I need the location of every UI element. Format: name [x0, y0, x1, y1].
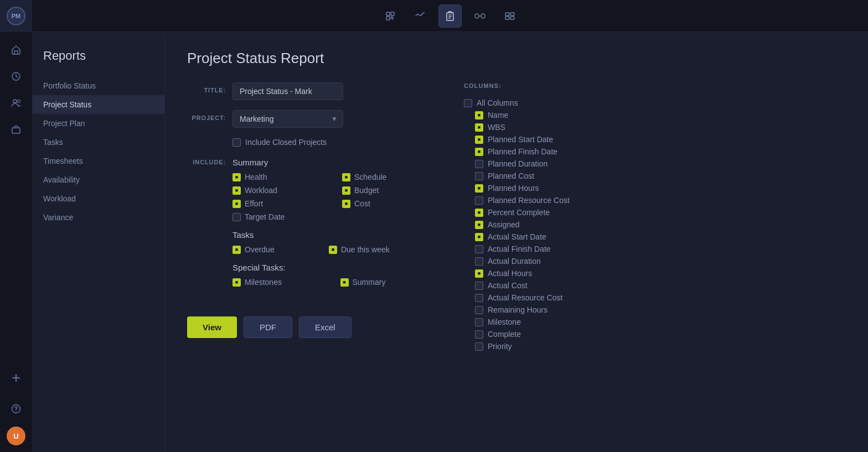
wbs-label: WBS [488, 123, 505, 132]
effort-checkbox[interactable] [232, 200, 241, 208]
cost-checkbox[interactable] [342, 200, 350, 208]
sidebar-item-project-plan[interactable]: Project Plan [32, 114, 164, 133]
col-actual-resource-cost[interactable]: Actual Resource Cost [464, 292, 619, 304]
sidebar-item-tasks[interactable]: Tasks [32, 133, 164, 152]
target-date-checkbox[interactable] [232, 213, 241, 221]
col-assigned[interactable]: Assigned [464, 219, 619, 231]
col-planned-finish[interactable]: Planned Finish Date [464, 146, 619, 158]
overdue-checkbox[interactable] [232, 246, 241, 254]
sidebar-item-availability[interactable]: Availability [32, 170, 164, 189]
help-button[interactable] [4, 397, 28, 420]
name-checkbox[interactable] [475, 111, 483, 120]
col-name[interactable]: Name [464, 109, 619, 121]
cb-budget[interactable]: Budget [342, 186, 431, 195]
percent-complete-checkbox[interactable] [475, 209, 483, 217]
workload-checkbox[interactable] [232, 186, 241, 195]
col-planned-start[interactable]: Planned Start Date [464, 133, 619, 146]
title-input[interactable] [232, 82, 343, 100]
col-wbs[interactable]: WBS [464, 121, 619, 133]
nav-home[interactable] [4, 38, 28, 61]
planned-finish-checkbox[interactable] [475, 148, 483, 156]
due-this-week-checkbox[interactable] [329, 246, 337, 254]
page-title: Project Status Report [187, 50, 846, 67]
toolbar-chart[interactable] [409, 4, 432, 28]
svg-rect-21 [510, 17, 514, 19]
col-remaining-hours[interactable]: Remaining Hours [464, 304, 619, 316]
add-button[interactable] [4, 366, 28, 389]
pdf-button[interactable]: PDF [244, 316, 292, 338]
project-select[interactable]: Marketing Development Design Operations [232, 110, 343, 128]
actual-start-checkbox[interactable] [475, 233, 483, 241]
planned-duration-checkbox[interactable] [475, 160, 483, 168]
cb-due-this-week[interactable]: Due this week [329, 245, 431, 254]
col-planned-resource-cost[interactable]: Planned Resource Cost [464, 194, 619, 206]
milestone-checkbox[interactable] [475, 318, 483, 326]
sidebar-item-variance[interactable]: Variance [32, 208, 164, 227]
nav-history[interactable] [4, 65, 28, 88]
app-logo[interactable]: PM [0, 0, 32, 32]
toolbar-search[interactable] [379, 4, 402, 28]
actual-cost-checkbox[interactable] [475, 282, 483, 290]
col-complete[interactable]: Complete [464, 328, 619, 340]
assigned-label: Assigned [488, 220, 520, 229]
workload-label: Workload [245, 186, 277, 195]
col-planned-hours[interactable]: Planned Hours [464, 182, 619, 194]
columns-scroll[interactable]: All Columns Name WBS Planned Start [464, 97, 619, 385]
wbs-checkbox[interactable] [475, 123, 483, 132]
col-actual-cost[interactable]: Actual Cost [464, 279, 619, 292]
col-all-columns[interactable]: All Columns [464, 97, 619, 109]
nav-people[interactable] [4, 91, 28, 115]
summary-checkbox[interactable] [340, 278, 349, 287]
cb-target-date[interactable]: Target Date [232, 212, 329, 221]
planned-cost-checkbox[interactable] [475, 172, 483, 180]
col-actual-hours[interactable]: Actual Hours [464, 267, 619, 279]
toolbar-link[interactable] [468, 4, 492, 28]
sidebar-item-timesheets[interactable]: Timesheets [32, 152, 164, 170]
schedule-checkbox[interactable] [342, 173, 350, 181]
nav-portfolio[interactable] [4, 118, 28, 141]
effort-label: Effort [245, 199, 263, 208]
col-actual-duration[interactable]: Actual Duration [464, 255, 619, 267]
cb-summary[interactable]: Summary [340, 278, 431, 287]
cb-workload[interactable]: Workload [232, 186, 329, 195]
col-milestone[interactable]: Milestone [464, 316, 619, 328]
planned-resource-cost-checkbox[interactable] [475, 196, 483, 205]
cb-effort[interactable]: Effort [232, 199, 329, 208]
budget-checkbox[interactable] [342, 186, 350, 195]
planned-start-checkbox[interactable] [475, 136, 483, 144]
milestones-checkbox[interactable] [232, 278, 241, 287]
cb-schedule[interactable]: Schedule [342, 173, 431, 181]
health-checkbox[interactable] [232, 173, 241, 181]
actual-hours-checkbox[interactable] [475, 269, 483, 278]
sidebar-item-project-status[interactable]: Project Status [32, 95, 164, 114]
actual-finish-checkbox[interactable] [475, 245, 483, 253]
cb-cost[interactable]: Cost [342, 199, 431, 208]
actual-resource-cost-checkbox[interactable] [475, 294, 483, 302]
include-closed-checkbox[interactable] [232, 138, 241, 147]
col-actual-start[interactable]: Actual Start Date [464, 231, 619, 243]
cb-health[interactable]: Health [232, 173, 329, 181]
actual-duration-checkbox[interactable] [475, 257, 483, 266]
view-button[interactable]: View [187, 316, 237, 338]
user-avatar[interactable]: U [7, 427, 25, 445]
cb-milestones[interactable]: Milestones [232, 278, 327, 287]
col-priority[interactable]: Priority [464, 340, 619, 352]
priority-checkbox[interactable] [475, 342, 483, 351]
all-columns-checkbox[interactable] [464, 99, 472, 107]
toolbar-layout[interactable] [498, 4, 521, 28]
excel-button[interactable]: Excel [299, 316, 352, 338]
cb-overdue[interactable]: Overdue [232, 245, 316, 254]
planned-hours-checkbox[interactable] [475, 184, 483, 193]
complete-checkbox[interactable] [475, 330, 483, 339]
col-planned-duration[interactable]: Planned Duration [464, 158, 619, 170]
assigned-checkbox[interactable] [475, 221, 483, 229]
remaining-hours-checkbox[interactable] [475, 306, 483, 314]
sidebar-item-portfolio[interactable]: Portfolio Status [32, 76, 164, 95]
due-this-week-label: Due this week [341, 245, 390, 254]
toolbar-clipboard[interactable] [438, 4, 462, 28]
sidebar-item-workload[interactable]: Workload [32, 189, 164, 208]
col-planned-cost[interactable]: Planned Cost [464, 170, 619, 182]
col-percent-complete[interactable]: Percent Complete [464, 206, 619, 219]
col-actual-finish[interactable]: Actual Finish Date [464, 243, 619, 255]
form-section: TITLE: PROJECT: Marketing Development De… [187, 82, 846, 385]
